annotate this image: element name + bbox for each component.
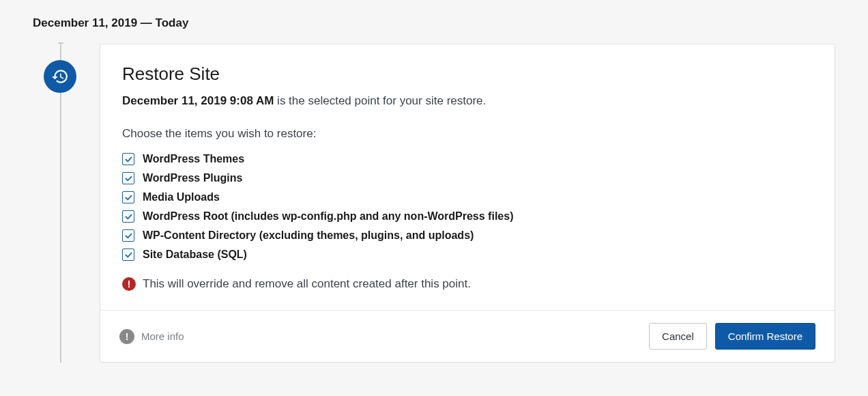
checkbox-root[interactable] [122, 210, 134, 223]
checkbox-media[interactable] [122, 191, 134, 203]
info-icon: ! [119, 329, 134, 344]
list-item: Site Database (SQL) [122, 249, 813, 261]
checkbox-database[interactable] [122, 249, 134, 261]
checkbox-label: Media Uploads [143, 191, 220, 203]
panel-body: Restore Site December 11, 2019 9:08 AM i… [100, 44, 835, 310]
checkbox-label: WP-Content Directory (excluding themes, … [143, 229, 474, 242]
restore-panel: Restore Site December 11, 2019 9:08 AM i… [100, 44, 835, 363]
history-icon [51, 68, 69, 85]
restore-node-icon [44, 60, 76, 93]
restore-items-list: WordPress Themes WordPress Plugins Media… [122, 153, 813, 261]
list-item: WP-Content Directory (excluding themes, … [122, 229, 813, 242]
cancel-button[interactable]: Cancel [649, 323, 707, 350]
check-icon [124, 155, 133, 164]
choose-items-label: Choose the items you wish to restore: [122, 127, 813, 141]
list-item: WordPress Plugins [122, 172, 813, 184]
button-group: Cancel Confirm Restore [649, 323, 815, 350]
checkbox-label: WordPress Plugins [143, 172, 242, 184]
confirm-restore-button[interactable]: Confirm Restore [715, 323, 815, 350]
check-icon [124, 251, 133, 259]
panel-footer: ! More info Cancel Confirm Restore [100, 310, 835, 362]
panel-title: Restore Site [122, 63, 813, 85]
list-item: Media Uploads [122, 191, 813, 203]
restore-point-timestamp: December 11, 2019 9:08 AM [122, 94, 274, 107]
more-info-label: More info [141, 330, 184, 342]
list-item: WordPress Root (includes wp-config.php a… [122, 210, 813, 223]
checkbox-plugins[interactable] [122, 172, 134, 184]
warning-text: This will override and remove all conten… [143, 277, 471, 291]
warning-icon: ! [122, 277, 136, 291]
check-icon [124, 231, 133, 240]
restore-point-suffix: is the selected point for your site rest… [274, 94, 486, 107]
timeline-container: Restore Site December 11, 2019 9:08 AM i… [33, 44, 835, 363]
check-icon [124, 174, 133, 183]
list-item: WordPress Themes [122, 153, 813, 165]
check-icon [124, 193, 133, 202]
checkbox-themes[interactable] [122, 153, 134, 165]
checkbox-label: Site Database (SQL) [143, 249, 247, 261]
restore-point-line: December 11, 2019 9:08 AM is the selecte… [122, 94, 813, 108]
check-icon [124, 212, 133, 221]
checkbox-label: WordPress Root (includes wp-config.php a… [143, 210, 513, 223]
warning-row: ! This will override and remove all cont… [122, 277, 813, 291]
more-info-link[interactable]: ! More info [119, 329, 184, 344]
checkbox-label: WordPress Themes [143, 153, 244, 165]
checkbox-wpcontent[interactable] [122, 229, 134, 242]
date-header: December 11, 2019 — Today [33, 16, 835, 30]
